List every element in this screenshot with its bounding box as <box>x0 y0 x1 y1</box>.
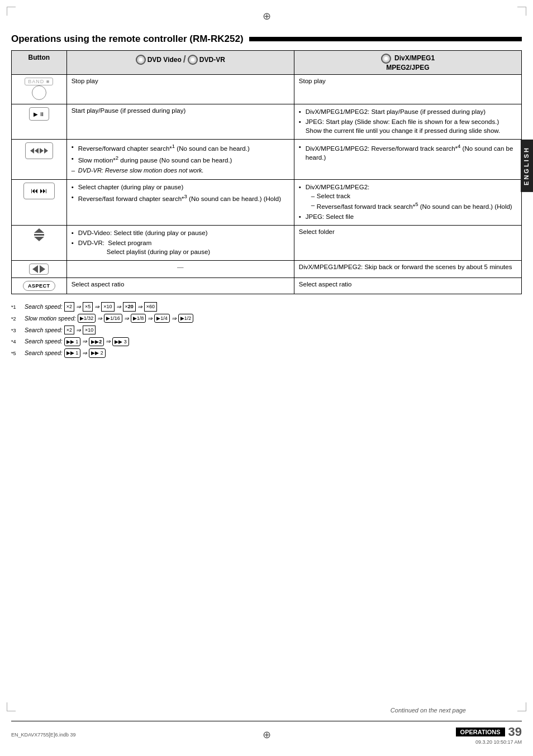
arrow: ⇒ <box>124 314 129 323</box>
list-item: DivX/MPEG1/MPEG2: Start play/Pause (if p… <box>299 107 517 116</box>
divx-cell-eject: Select folder <box>294 225 521 260</box>
footer-right: OPERATIONS 39 09.3.20 10:50:17 AM <box>351 725 522 745</box>
dvd-cell-stop: Stop play <box>66 75 294 104</box>
divx-cell-playpause: DivX/MPEG1/MPEG2: Start play/Pause (if p… <box>294 104 521 140</box>
corner-tr <box>517 7 526 16</box>
button-cell-aspect: ASPECT <box>12 278 67 294</box>
dbl-left <box>30 148 39 154</box>
page-footer: EN_KDAVX7755[E]6.indb 39 ⊕ OPERATIONS 39… <box>11 721 522 745</box>
slash-sep: / <box>183 54 186 65</box>
dvd-disc-icon1 <box>136 55 146 65</box>
tri-right-icon <box>40 265 45 273</box>
ff-2: ▶▶ 2 <box>89 337 104 346</box>
footnote-4: *4 Search speed: ▶▶ 1 ⇒ ▶▶ 2 ⇒ ▶▶ 3 <box>11 337 522 346</box>
page-container: ⊕ Operations using the remote controller… <box>0 0 533 756</box>
aspect-btn: ASPECT <box>23 281 55 291</box>
footer-compass-icon: ⊕ <box>263 729 271 740</box>
aspect-divx-text: Select aspect ratio <box>299 281 352 288</box>
speed-x2: ×2 <box>64 302 74 311</box>
fn-marker-3: *3 <box>11 327 22 334</box>
dvd-cell-search: Reverse/forward chapter search*1 (No sou… <box>66 140 294 179</box>
dvd-cell-aspect: Select aspect ratio <box>66 278 294 294</box>
dvd-header-label: DVD Video / DVD-VR <box>72 54 289 65</box>
list-item: Reverse/fast forward chapter search*3 (N… <box>72 193 289 203</box>
select-folder-text: Select folder <box>299 228 335 235</box>
eject-triangle-down <box>34 237 44 241</box>
arrow3: ⇒ <box>116 302 121 312</box>
sm-1-4: ▶1/4 <box>154 314 170 323</box>
arrow: ⇒ <box>172 314 177 323</box>
continued-text: Continued on the next page <box>391 707 466 714</box>
sm-1-16: ▶1/16 <box>104 314 122 323</box>
list-item: Reverse/forward chapter search*1 (No sou… <box>72 142 289 153</box>
button-cell-chapter: ⏮ ⏭ <box>12 179 67 225</box>
table-row: ⏮ ⏭ Select chapter (during play or pause… <box>12 179 522 225</box>
footnote-3: *3 Search speed: ×2 ⇒ ×10 <box>11 326 522 335</box>
speed-x60: ×60 <box>144 302 157 311</box>
fn-marker-5: *5 <box>11 350 22 357</box>
fn-marker-4: *4 <box>11 338 22 346</box>
aspect-dvd-text: Select aspect ratio <box>72 281 125 288</box>
fn-content-4: Search speed: ▶▶ 1 ⇒ ▶▶ 2 ⇒ ▶▶ 3 <box>25 337 129 346</box>
stop-circle-btn <box>32 85 46 100</box>
dvd-cell-playpause: Start play/Pause (if pressed during play… <box>66 104 294 140</box>
fn-marker-1: *1 <box>11 303 22 311</box>
dvd-video-label: DVD Video <box>147 56 182 64</box>
divx-cell-chapter: DivX/MPEG1/MPEG2: Select track Reverse/f… <box>294 179 521 225</box>
list-item: DivX/MPEG1/MPEG2: Reverse/forward track … <box>299 142 517 162</box>
header-button: Button <box>12 51 67 75</box>
divx-cell-stop: Stop play <box>294 75 521 104</box>
ff-3: ▶▶ 3 <box>112 337 129 346</box>
fn-content-2: Slow motion speed: ▶1/32 ⇒ ▶1/16 ⇒ ▶1/8 … <box>25 314 193 323</box>
english-label: ENGLISH <box>523 146 530 185</box>
arrow4: ⇒ <box>137 302 142 312</box>
arrow: ⇒ <box>97 314 102 323</box>
tri-l1 <box>30 148 34 154</box>
play-pause-btn: ▶ ⏸ <box>29 107 49 121</box>
play-icon: ▶ <box>34 111 38 117</box>
arrow: ⇒ <box>82 348 87 358</box>
list-item: JPEG: Select file <box>299 212 517 221</box>
fn-text: Search speed: <box>25 326 63 335</box>
title-text: Operations using the remote controller (… <box>11 34 244 45</box>
arrow: ⇒ <box>147 314 153 323</box>
fn-content-3: Search speed: ×2 ⇒ ×10 <box>25 326 96 335</box>
dvd-disc-icon2 <box>188 55 198 65</box>
mpeg2-label: MPEG2/JPEG <box>386 64 429 71</box>
page-number: 39 <box>508 725 522 739</box>
stop-play-divx: Stop play <box>299 78 326 84</box>
button-cell-eject <box>12 225 67 260</box>
header-dvd: DVD Video / DVD-VR <box>66 51 294 75</box>
sm-1-2: ▶1/2 <box>178 314 194 323</box>
arrow: ⇒ <box>76 326 81 335</box>
list-item: Select chapter (during play or pause) <box>72 183 289 192</box>
search-dvd-list: Reverse/forward chapter search*1 (No sou… <box>72 142 289 175</box>
arrow: ⇒ <box>82 337 87 346</box>
footnote-5: *5 Search speed: ▶▶ 1 ⇒ ▶▶ 2 <box>11 348 522 358</box>
playpause-dvd-text: Start play/Pause (if pressed during play… <box>72 107 186 114</box>
list-item: JPEG: Start play (Slide show: Each file … <box>299 117 517 135</box>
speed-x10-b: ×10 <box>83 326 96 334</box>
divx-cell-search: DivX/MPEG1/MPEG2: Reverse/forward track … <box>294 140 521 179</box>
ff5-2: ▶▶ 2 <box>89 348 106 357</box>
list-item: DVD-Video: Select title (during play or … <box>72 228 289 237</box>
stop-play-dvd: Stop play <box>72 78 98 84</box>
header-divx: DivX/MPEG1 MPEG2/JPEG <box>294 51 521 75</box>
compass-icon: ⊕ <box>263 10 271 22</box>
table-row: ASPECT Select aspect ratio Select aspect… <box>12 278 522 294</box>
eject-triangle-up <box>34 228 44 233</box>
list-item: DVD-VR: Select program Select playlist (… <box>72 238 289 256</box>
title-bar-line <box>249 37 522 41</box>
divx-cell-aspect: Select aspect ratio <box>294 278 521 294</box>
sub-item: Select track <box>306 192 517 200</box>
dvd-vr-label: DVD-VR <box>199 56 225 64</box>
speed-x5: ×5 <box>83 302 93 311</box>
table-row: Reverse/forward chapter search*1 (No sou… <box>12 140 522 179</box>
fn-content-5: Search speed: ▶▶ 1 ⇒ ▶▶ 2 <box>25 348 106 358</box>
nav-btn <box>29 264 49 275</box>
divx-header-label: DivX/MPEG1 MPEG2/JPEG <box>299 54 517 71</box>
tri-r2 <box>44 148 48 154</box>
fn-text: Search speed: <box>25 337 63 346</box>
arrow1: ⇒ <box>76 302 81 312</box>
speed-x10: ×10 <box>101 302 114 311</box>
